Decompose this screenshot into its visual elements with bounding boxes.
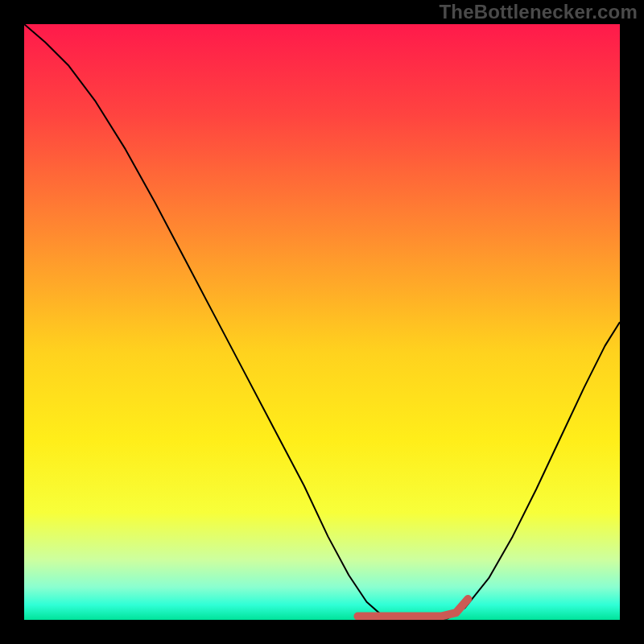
watermark-text: TheBottleneсker.com [439,1,638,23]
plot-area [24,24,620,620]
chart-svg [24,24,620,620]
gradient-background [24,24,620,620]
chart-frame: TheBottleneсker.com [0,0,644,644]
